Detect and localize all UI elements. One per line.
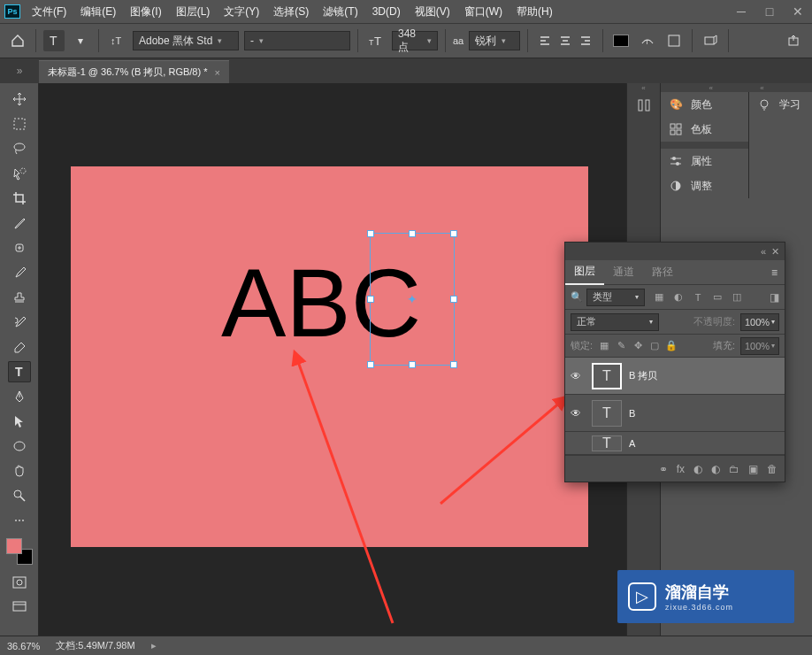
history-brush-tool-icon[interactable] [8, 312, 31, 333]
close-button[interactable]: ✕ [784, 2, 812, 21]
lock-artboard-icon[interactable]: ▢ [648, 340, 661, 351]
font-style-dropdown[interactable]: - [244, 31, 350, 50]
panel-color[interactable]: 🎨颜色 [661, 92, 748, 117]
font-family-dropdown[interactable]: Adobe 黑体 Std [133, 31, 239, 50]
text-color-swatch[interactable] [610, 30, 632, 51]
filter-smart-icon[interactable]: ◫ [730, 290, 744, 304]
stamp-tool-icon[interactable] [8, 287, 31, 308]
panel-strip-icon[interactable] [627, 92, 661, 119]
delete-layer-icon[interactable]: 🗑 [767, 463, 778, 475]
align-center-button[interactable] [555, 31, 575, 50]
menu-type[interactable]: 文字(Y) [217, 0, 266, 23]
move-tool-icon[interactable] [8, 89, 31, 110]
layer-mask-icon[interactable]: ◐ [693, 463, 702, 475]
panel-properties[interactable]: 属性 [661, 149, 748, 173]
zoom-tool-icon[interactable] [8, 485, 31, 506]
text-tool-icon[interactable]: T [43, 30, 65, 51]
hand-tool-icon[interactable] [8, 460, 31, 482]
menu-filter[interactable]: 滤镜(T) [316, 0, 364, 23]
lock-all-icon[interactable]: 🔒 [665, 340, 678, 351]
eyedropper-tool-icon[interactable] [8, 212, 31, 234]
visibility-icon[interactable]: 👁 [571, 407, 585, 420]
layer-name[interactable]: A [629, 438, 635, 449]
type-tool-icon[interactable]: T [8, 361, 31, 382]
quick-mask-icon[interactable] [8, 572, 31, 593]
transform-handle[interactable] [367, 230, 374, 237]
layer-name[interactable]: B 拷贝 [629, 369, 657, 382]
text-orientation-icon[interactable]: ↕T [106, 30, 127, 51]
transform-handle[interactable] [450, 296, 457, 303]
transform-handle[interactable] [450, 230, 457, 237]
fill-input[interactable]: 100% [740, 337, 779, 355]
panel-adjustments[interactable]: 调整 [661, 173, 748, 198]
layer-item[interactable]: 👁 T B 拷贝 [565, 358, 785, 395]
layer-name[interactable]: B [629, 408, 635, 419]
tab-layers[interactable]: 图层 [565, 260, 604, 285]
menu-help[interactable]: 帮助(H) [509, 0, 560, 23]
menu-select[interactable]: 选择(S) [266, 0, 316, 23]
filter-toggle-icon[interactable]: ◨ [770, 291, 779, 304]
new-layer-icon[interactable]: ▣ [748, 463, 758, 475]
transform-handle[interactable] [367, 296, 374, 303]
panel-menu-icon[interactable]: ≡ [764, 266, 785, 279]
crop-tool-icon[interactable] [8, 188, 31, 209]
marquee-tool-icon[interactable] [8, 113, 31, 135]
tool-preset-dropdown[interactable]: ▾ [70, 30, 91, 51]
font-size-dropdown[interactable]: 348 点 [392, 31, 438, 50]
panel-handle-icon[interactable]: « [627, 83, 660, 92]
color-swatches[interactable] [6, 538, 33, 565]
filter-pixel-icon[interactable]: ▦ [652, 290, 666, 304]
menu-file[interactable]: 文件(F) [25, 0, 73, 23]
maximize-button[interactable]: □ [755, 2, 784, 21]
filter-type-dropdown[interactable]: 类型 [586, 289, 645, 306]
edit-toolbar-icon[interactable]: ⋯ [8, 510, 31, 531]
tab-channels[interactable]: 通道 [604, 260, 643, 285]
screen-mode-icon[interactable] [8, 597, 31, 618]
path-select-tool-icon[interactable] [8, 411, 31, 432]
tab-paths[interactable]: 路径 [643, 260, 682, 285]
collapse-icon[interactable]: « [761, 246, 766, 258]
document-tab[interactable]: 未标题-1 @ 36.7% (B 拷贝, RGB/8) * × [39, 60, 229, 83]
lock-brush-icon[interactable]: ✎ [615, 340, 627, 351]
lock-pixels-icon[interactable]: ▦ [598, 340, 610, 351]
layer-item[interactable]: T A [565, 432, 785, 455]
warp-text-icon[interactable]: T [637, 30, 658, 51]
filter-shape-icon[interactable]: ▭ [710, 290, 724, 304]
lock-position-icon[interactable]: ✥ [632, 340, 644, 351]
menu-view[interactable]: 视图(V) [408, 0, 457, 23]
pen-tool-icon[interactable] [8, 386, 31, 407]
transform-bounding-box[interactable]: ✦ [370, 233, 455, 366]
link-layers-icon[interactable]: ⚭ [659, 463, 668, 475]
opacity-input[interactable]: 100% [740, 313, 779, 331]
transform-handle[interactable] [367, 361, 374, 368]
antialias-dropdown[interactable]: 锐利 [469, 31, 520, 50]
menu-window[interactable]: 窗口(W) [457, 0, 509, 23]
close-panel-icon[interactable]: ✕ [771, 246, 779, 258]
share-icon[interactable] [784, 30, 805, 51]
tab-handle-icon[interactable]: » [0, 58, 39, 83]
eraser-tool-icon[interactable] [8, 336, 31, 358]
menu-3d[interactable]: 3D(D) [365, 0, 408, 23]
panel-handle-icon[interactable]: « « [661, 83, 812, 92]
filter-type-icon[interactable]: T [691, 290, 705, 304]
visibility-icon[interactable]: 👁 [571, 370, 585, 382]
panel-learn[interactable]: 学习 [749, 92, 812, 117]
menu-image[interactable]: 图像(I) [123, 0, 168, 23]
minimize-button[interactable]: ─ [727, 2, 755, 21]
quick-select-tool-icon[interactable] [8, 163, 31, 184]
healing-tool-icon[interactable] [8, 237, 31, 258]
blend-mode-dropdown[interactable]: 正常 [571, 313, 659, 331]
align-right-button[interactable] [576, 31, 595, 50]
transform-center-icon[interactable]: ✦ [407, 294, 417, 304]
lasso-tool-icon[interactable] [8, 138, 31, 159]
artboard[interactable]: ABC ✦ [71, 166, 588, 547]
transform-handle[interactable] [450, 361, 457, 368]
menu-edit[interactable]: 编辑(E) [73, 0, 123, 23]
filter-adjust-icon[interactable]: ◐ [671, 290, 686, 304]
home-icon[interactable] [7, 30, 28, 51]
menu-layer[interactable]: 图层(L) [169, 0, 218, 23]
transform-handle[interactable] [409, 230, 416, 237]
panel-swatches[interactable]: 色板 [661, 117, 748, 142]
group-icon[interactable]: 🗀 [729, 463, 739, 475]
transform-handle[interactable] [409, 361, 416, 368]
